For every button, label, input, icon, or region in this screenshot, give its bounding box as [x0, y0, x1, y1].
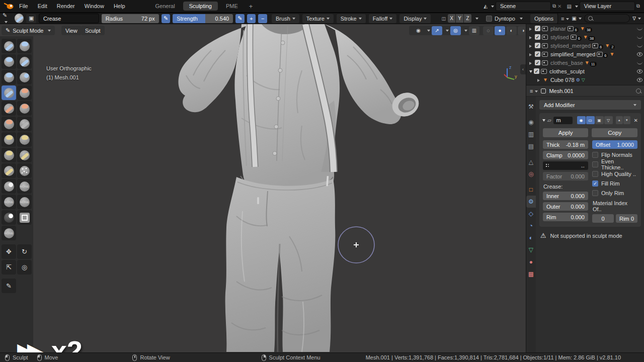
brush-pinch[interactable] — [17, 101, 32, 116]
invert-vertex-group-icon[interactable]: ↔ — [580, 163, 586, 169]
eye-open-icon[interactable] — [637, 52, 642, 56]
collection-checkbox[interactable]: ✓ — [535, 43, 540, 48]
modifier-cage-toggle-icon[interactable]: ▽ — [604, 116, 613, 124]
add-brush-button[interactable]: + — [247, 14, 256, 23]
radius-slider[interactable]: Radius72 px — [102, 14, 159, 23]
clamp-field[interactable]: Clamp0.0000 — [543, 151, 588, 159]
checkbox-flip-normals[interactable]: Flip Normals — [592, 151, 637, 159]
modifier-move-up-button[interactable]: ▲ — [616, 116, 623, 124]
brush-clay[interactable] — [2, 54, 16, 69]
panel-stroke-dropdown[interactable]: Stroke — [337, 14, 366, 23]
collection-checkbox[interactable]: ✓ — [535, 34, 540, 40]
brush-box-mask[interactable] — [17, 210, 32, 225]
mirror-x-toggle[interactable]: X — [448, 14, 455, 23]
checkbox-fill-rim[interactable]: ✓Fill Rim — [592, 179, 637, 188]
brush-custom-1[interactable]: NONE — [17, 179, 32, 194]
properties-tab-render[interactable]: ◉ — [526, 116, 536, 128]
brush-preview-icon[interactable] — [15, 14, 24, 23]
modifier-viewport-toggle-icon[interactable]: ▭ — [586, 116, 595, 124]
scene-selector[interactable]: ◭ Scene ⧉ ✕ — [484, 2, 561, 11]
factor-field[interactable]: Factor0.000 — [543, 172, 588, 180]
filter-collection-icon[interactable]: ▣ — [572, 16, 581, 21]
outliner-row-stylised_merged[interactable]: ✓stylised_merged6▼2 — [526, 41, 644, 50]
outliner-row-cube-078[interactable]: ▼Cube 078⚙▽ — [526, 75, 644, 84]
menu-file[interactable]: File — [19, 3, 28, 9]
viewport-3d[interactable]: ✎ Sculpt Mode View Sculpt ◉ ↗ ◎ ▥ ◌ ● ◐ … — [0, 24, 526, 352]
tab-sculpting[interactable]: Sculpting — [183, 2, 218, 11]
tool-scale[interactable]: ⇱ — [2, 260, 16, 275]
brush-inflate[interactable] — [17, 85, 32, 100]
brush-fill[interactable] — [17, 132, 32, 147]
brush-custom-2[interactable]: NONE — [2, 195, 16, 209]
dyntopo-label[interactable]: Dyntopo — [495, 16, 515, 22]
eye-open-icon[interactable] — [637, 69, 642, 73]
properties-tab-tool[interactable]: ⚒ — [526, 101, 536, 113]
tool-annotate[interactable]: ✎ — [2, 279, 16, 293]
new-scene-icon[interactable]: ⧉ — [552, 3, 556, 9]
menu-help[interactable]: Help — [114, 3, 125, 9]
properties-tab-texture[interactable]: ▩ — [526, 268, 536, 280]
brush-thumb[interactable] — [2, 163, 16, 178]
brush-name-field[interactable]: Crease — [39, 14, 99, 23]
outliner-row-stylised[interactable]: ✓stylised6▼38 — [526, 33, 644, 41]
add-workspace-button[interactable]: + — [246, 3, 256, 10]
brush-snake-hook[interactable] — [17, 148, 32, 162]
checkbox-icon[interactable] — [592, 171, 598, 177]
collection-checkbox[interactable]: ✓ — [535, 60, 540, 65]
brush-mask[interactable] — [2, 210, 16, 225]
modifier-render-toggle-icon[interactable]: ◉ — [577, 116, 586, 124]
brush-clay-thumb[interactable] — [2, 70, 16, 84]
brush-crease[interactable] — [2, 85, 16, 100]
xray-toggle-icon[interactable]: ▥ — [469, 26, 479, 35]
mirror-z-toggle[interactable]: Z — [464, 14, 471, 23]
scene-name-field[interactable]: Scene — [496, 2, 551, 11]
properties-tab-physics[interactable]: ◔ — [526, 220, 536, 232]
expand-icon[interactable] — [529, 51, 533, 57]
brush-scrape[interactable] — [2, 148, 16, 162]
tool-move[interactable]: ✥ — [2, 244, 16, 259]
modifier-expand-icon[interactable] — [542, 117, 545, 123]
strength-pressure-toggle[interactable]: ✎ — [235, 14, 245, 23]
offset-field[interactable]: Offset1.0000 — [592, 140, 637, 149]
eye-closed-icon[interactable] — [637, 35, 642, 39]
shading-solid-icon[interactable]: ● — [495, 26, 505, 35]
brush-custom-3[interactable]: NONE — [17, 195, 32, 209]
panel-falloff-dropdown[interactable]: Falloff — [369, 14, 397, 23]
expand-icon[interactable] — [537, 77, 541, 83]
checkbox-high-quality-[interactable]: High Quality .. — [592, 170, 637, 178]
dyntopo-checkbox[interactable] — [486, 16, 492, 22]
overlays-toggle-icon[interactable]: ◎ — [450, 26, 461, 35]
brush-grab[interactable] — [2, 117, 16, 131]
pin-icon[interactable] — [636, 88, 641, 94]
mode-selector[interactable]: ✎ Sculpt Mode — [2, 26, 55, 35]
brush-slide-relax[interactable] — [2, 179, 16, 194]
collection-checkbox[interactable]: ✓ — [534, 68, 539, 74]
eye-closed-icon[interactable] — [637, 61, 642, 64]
copy-button[interactable]: Copy — [592, 128, 637, 137]
modifier-name-field[interactable]: m — [553, 117, 573, 124]
brush-flatten[interactable] — [2, 132, 16, 147]
checkbox-only-rim[interactable]: Only Rim — [592, 189, 637, 197]
tab-pme[interactable]: PME — [220, 2, 244, 11]
expand-icon[interactable] — [529, 60, 533, 66]
strength-slider[interactable]: Strength0.540 — [173, 14, 233, 23]
panel-texture-dropdown[interactable]: Texture — [302, 14, 334, 23]
menu-render[interactable]: Render — [57, 3, 75, 9]
properties-tab-material[interactable]: ● — [526, 256, 536, 268]
shading-wireframe-icon[interactable]: ◌ — [483, 26, 494, 35]
shading-material-icon[interactable]: ◐ — [506, 26, 517, 35]
properties-tab-object-data[interactable]: ▽ — [526, 244, 536, 256]
vertex-group-field[interactable]: ↔ — [543, 161, 588, 170]
checkbox-icon[interactable] — [592, 190, 598, 196]
filter-icon[interactable]: ∇ — [632, 16, 641, 21]
checkbox-icon[interactable] — [592, 161, 598, 167]
collection-checkbox[interactable]: ✓ — [535, 51, 540, 57]
eye-open-icon[interactable] — [637, 78, 642, 82]
crease-inner-field[interactable]: Inner0.000 — [543, 192, 588, 200]
modifier-delete-icon[interactable]: ✕ — [634, 118, 638, 123]
brush-rotate[interactable] — [17, 163, 32, 178]
shading-rendered-icon[interactable]: ◑ — [518, 26, 526, 35]
checkbox-even-thickne-[interactable]: Even Thickne.. — [592, 160, 637, 168]
brush-blob[interactable] — [2, 101, 16, 116]
brush-texture-icon[interactable]: ▣ — [26, 14, 36, 23]
